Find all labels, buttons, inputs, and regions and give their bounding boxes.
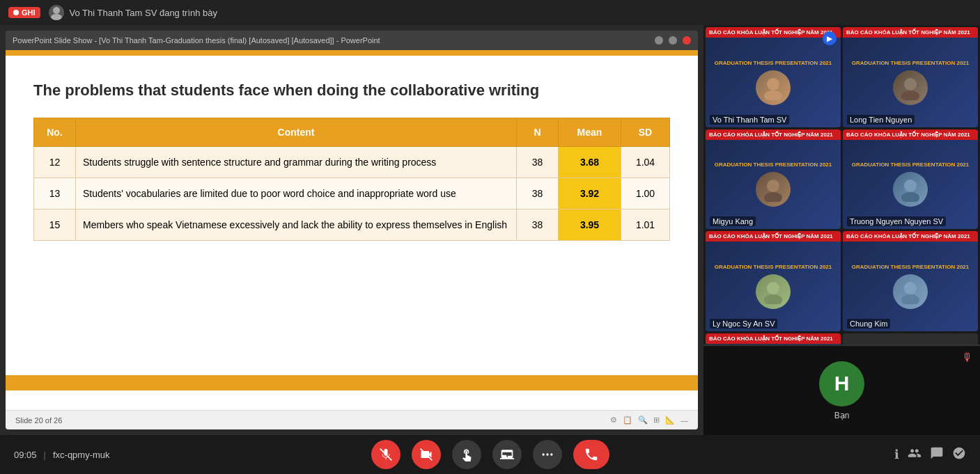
main-content: PowerPoint Slide Show - [Vo Thi Thanh Ta… — [0, 25, 703, 435]
participant-face-1 — [756, 70, 791, 105]
presenter-name: Vo Thi Thanh Tam SV đang trình bày — [70, 8, 217, 18]
participant-name-2: Long Tien Nguyen — [847, 115, 915, 125]
participant-tile-5[interactable]: BÁO CÁO KHÓA LUẬN TỐT NGHIỆP NĂM 2021 GR… — [706, 231, 841, 331]
ppt-titlebar-controls — [655, 36, 691, 45]
participant-tile-1[interactable]: BÁO CÁO KHÓA LUẬN TỐT NGHIỆP NĂM 2021 GR… — [706, 27, 841, 127]
chat-icon[interactable] — [930, 446, 944, 464]
mini-slide-header-4: BÁO CÁO KHÓA LUẬN TỐT NGHIỆP NĂM 2021 — [843, 129, 978, 140]
mini-slide-content-1: GRADUATION THESIS PRESENTATION 2021 — [706, 38, 841, 127]
footer-icon-1[interactable]: ⚙ — [610, 416, 617, 425]
ppt-footer: Slide 20 of 26 ⚙ 📋 🔍 ⊞ 📐 — — [6, 410, 698, 429]
mini-slide-header-3: BÁO CÁO KHÓA LUẬN TỐT NGHIỆP NĂM 2021 — [706, 129, 841, 140]
svg-point-13 — [901, 294, 919, 304]
participant-name-1: Vo Thi Thanh Tam SV — [710, 115, 789, 125]
mini-slide-header-6: BÁO CÁO KHÓA LUẬN TỐT NGHIỆP NĂM 2021 — [843, 231, 978, 242]
participant-face-2 — [893, 70, 928, 105]
mini-slide-2: BÁO CÁO KHÓA LUẬN TỐT NGHIỆP NĂM 2021 GR… — [843, 27, 978, 127]
hand-raise-btn[interactable] — [452, 440, 481, 469]
rec-badge: GHI — [8, 7, 40, 18]
presenter-avatar — [49, 5, 64, 20]
participant-tile-3[interactable]: BÁO CÁO KHÓA LUẬN TỐT NGHIỆP NĂM 2021 GR… — [706, 129, 841, 230]
mini-slide-header-2: BÁO CÁO KHÓA LUẬN TỐT NGHIỆP NĂM 2021 — [843, 27, 978, 38]
slide-header-text-4: BÁO CÁO KHÓA LUẬN TỐT NGHIỆP NĂM 2021 — [846, 132, 970, 138]
slide-title-mini-6: GRADUATION THESIS PRESENTATION 2021 — [852, 264, 969, 270]
info-icon[interactable]: ℹ — [894, 447, 899, 462]
row2-sd: 1.00 — [621, 177, 670, 209]
slide-top-bar — [6, 50, 698, 56]
mini-slide-header-1: BÁO CÁO KHÓA LUẬN TỐT NGHIỆP NĂM 2021 — [706, 27, 841, 38]
row2-content: Students' vocabularies are limited due t… — [76, 177, 517, 209]
participant-tile-6[interactable]: BÁO CÁO KHÓA LUẬN TỐT NGHIỆP NĂM 2021 GR… — [843, 231, 978, 331]
minimize-btn[interactable] — [655, 36, 663, 45]
row1-no: 12 — [34, 146, 76, 177]
footer-icon-3[interactable]: 🔍 — [638, 416, 648, 425]
mini-slide-content-4: GRADUATION THESIS PRESENTATION 2021 — [843, 140, 978, 230]
rec-label: GHI — [22, 8, 36, 17]
row1-n: 38 — [517, 146, 559, 177]
slide-title: The problems that students face when doi… — [33, 81, 670, 101]
slide-title-mini-5: GRADUATION THESIS PRESENTATION 2021 — [715, 264, 832, 270]
row3-sd: 1.01 — [621, 209, 670, 240]
svg-point-9 — [901, 192, 919, 202]
mini-slide-3: BÁO CÁO KHÓA LUẬN TỐT NGHIỆP NĂM 2021 GR… — [706, 129, 841, 230]
activities-icon[interactable] — [952, 446, 966, 464]
mini-slide-content-5: GRADUATION THESIS PRESENTATION 2021 — [706, 242, 841, 331]
svg-point-7 — [764, 192, 782, 202]
end-call-btn[interactable] — [573, 440, 609, 469]
self-avatar: H — [819, 361, 864, 406]
col-header-sd: SD — [621, 118, 670, 146]
participant-name-5: Ly Ngoc Sy An SV — [710, 319, 777, 329]
video-btn[interactable] — [412, 440, 441, 469]
mini-slide-4: BÁO CÁO KHÓA LUẬN TỐT NGHIỆP NĂM 2021 GR… — [843, 129, 978, 230]
ppt-window-title: PowerPoint Slide Show - [Vo Thi Thanh Ta… — [13, 36, 380, 45]
mini-slide-content-3: GRADUATION THESIS PRESENTATION 2021 — [706, 140, 841, 230]
participant-tile-4[interactable]: BÁO CÁO KHÓA LUẬN TỐT NGHIỆP NĂM 2021 GR… — [843, 129, 978, 230]
col-header-content: Content — [76, 118, 517, 146]
participant-face-4 — [893, 172, 928, 207]
bottom-controls — [371, 440, 609, 469]
footer-icon-4[interactable]: ⊞ — [653, 416, 660, 425]
session-id: fxc-qpmy-muk — [53, 450, 110, 460]
rec-dot — [13, 10, 19, 15]
svg-point-8 — [904, 180, 917, 192]
row2-no: 13 — [34, 177, 76, 209]
data-table: No. Content N Mean SD 12 Students strugg… — [33, 118, 670, 241]
svg-point-10 — [767, 282, 779, 294]
mute-indicator-icon: 🎙 — [962, 351, 973, 364]
footer-icon-5[interactable]: 📐 — [665, 416, 675, 425]
notification-badge-1: ▶ — [823, 31, 837, 45]
svg-point-2 — [767, 78, 779, 90]
ppt-window: PowerPoint Slide Show - [Vo Thi Thanh Ta… — [6, 31, 698, 429]
row2-n: 38 — [517, 177, 559, 209]
more-options-btn[interactable] — [533, 440, 562, 469]
slide-title-mini-2: GRADUATION THESIS PRESENTATION 2021 — [852, 60, 969, 66]
row3-no: 15 — [34, 209, 76, 240]
svg-point-6 — [767, 180, 779, 192]
mute-btn[interactable] — [371, 440, 400, 469]
share-screen-btn[interactable] — [492, 440, 522, 469]
table-row: 12 Students struggle with sentence struc… — [34, 146, 670, 177]
participant-name-3: Migyu Kang — [710, 216, 756, 226]
mini-slide-6: BÁO CÁO KHÓA LUẬN TỐT NGHIỆP NĂM 2021 GR… — [843, 231, 978, 331]
slide-count: Slide 20 of 26 — [15, 416, 62, 425]
row3-content: Members who speak Vietnamese excessively… — [76, 209, 517, 240]
slide-header-text-3: BÁO CÁO KHÓA LUẬN TỐT NGHIỆP NĂM 2021 — [709, 132, 833, 138]
slide-title-mini-3: GRADUATION THESIS PRESENTATION 2021 — [715, 161, 832, 168]
maximize-btn[interactable] — [669, 36, 677, 45]
participants-icon[interactable] — [908, 446, 921, 464]
table-row: 13 Students' vocabularies are limited du… — [34, 177, 670, 209]
svg-point-4 — [904, 78, 917, 90]
footer-icon-2[interactable]: 📋 — [623, 416, 632, 425]
svg-point-11 — [764, 294, 782, 304]
slide-bottom-bar — [6, 375, 698, 390]
footer-zoom: — — [680, 416, 688, 425]
participant-name-6: Chung Kim — [847, 319, 890, 329]
presenter-info: Vo Thi Thanh Tam SV đang trình bày — [49, 5, 217, 20]
participant-tile-2[interactable]: BÁO CÁO KHÓA LUẬN TỐT NGHIỆP NĂM 2021 GR… — [843, 27, 978, 127]
svg-point-0 — [53, 7, 60, 14]
ppt-slide-content: The problems that students face when doi… — [6, 50, 698, 410]
close-btn[interactable] — [683, 36, 691, 45]
slide-header-text-7: BÁO CÁO KHÓA LUẬN TỐT NGHIỆP NĂM 2021 — [709, 335, 833, 342]
self-tile: 🎙 H Bạn — [703, 345, 980, 435]
mini-slide-header-5: BÁO CÁO KHÓA LUẬN TỐT NGHIỆP NĂM 2021 — [706, 231, 841, 242]
